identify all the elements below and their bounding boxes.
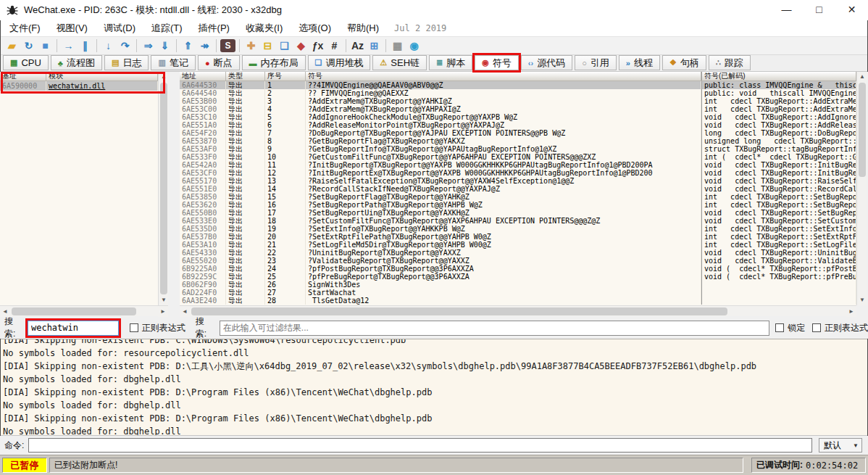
table-row[interactable]: 6AE53850导出15?SetBugReportFlag@TXBugRepor… — [180, 193, 856, 201]
comments-icon[interactable]: ⊟ — [260, 38, 275, 54]
tab-references[interactable]: ○引用 — [575, 55, 617, 70]
run-icon[interactable]: → — [61, 38, 76, 54]
regex-checkbox[interactable] — [130, 323, 138, 332]
table-row[interactable]: 6AE542A0导出11?InitBugReport@TXBugReport@@… — [180, 161, 856, 169]
table-row[interactable]: 6AE53620导出16?SetBugReportPath@TXBugRepor… — [180, 201, 856, 209]
lock-checkbox[interactable] — [775, 323, 784, 332]
scroll-down-icon[interactable]: ▼ — [857, 295, 867, 305]
menu-item-1[interactable]: 视图(V) — [49, 20, 96, 36]
menu-item-5[interactable]: 收藏夹(I) — [238, 20, 291, 36]
functions-fx-icon[interactable]: ƒx — [310, 38, 325, 54]
table-row[interactable]: 6AE53C10导出5?AddIgnoreHookCheckModule@TXB… — [180, 113, 856, 121]
close-button[interactable]: ✕ — [835, 0, 868, 20]
menu-item-2[interactable]: 调试(D) — [96, 20, 143, 36]
font-icon[interactable]: Az — [350, 38, 365, 54]
table-row[interactable]: 6AE53CF0导出12?InitBugReportEx@TXBugReport… — [180, 169, 856, 177]
table-row[interactable]: 6AE535D0导出19?SetExtInfo@TXBugReport@@YAH… — [180, 225, 856, 233]
table-row[interactable]: 6AE537B0导出20?SetExtRptFilePath@TXBugRepo… — [180, 233, 856, 241]
scrollbar-thumb[interactable] — [160, 83, 167, 294]
tab-cpu[interactable]: ▦CPU — [3, 55, 49, 70]
scroll-left-icon[interactable]: ◄ — [180, 306, 190, 317]
execute-till-return-icon[interactable]: ⇒ — [141, 38, 156, 54]
scroll-right-icon[interactable]: ► — [158, 306, 168, 317]
filter-input[interactable] — [220, 321, 769, 336]
tab-threads[interactable]: »线程 — [619, 55, 660, 70]
tab-source[interactable]: ‹›源代码 — [521, 55, 572, 70]
symbols-vertical-scrollbar[interactable]: ▲ ▼ — [856, 72, 867, 305]
table-row[interactable]: 6AE533E0导出18?SetCustomFiltFunc@TXBugRepo… — [180, 217, 856, 225]
table-row[interactable]: 6AE53870导出8?GetBugReportFlag@TXBugReport… — [180, 137, 856, 145]
globe-icon[interactable]: ◉ — [406, 38, 422, 54]
table-row[interactable]: 6AE54330导出22?UninitBugReport@TXBugReport… — [180, 249, 856, 257]
pause-icon[interactable]: ∥ — [78, 38, 93, 54]
step-into-icon[interactable]: ↓ — [101, 38, 116, 54]
run-to-user-code-icon[interactable]: ⇓ — [157, 38, 172, 54]
table-row[interactable]: 6B92259C导出25?pfPreBugReport@TXBugReport@… — [180, 273, 856, 281]
table-row[interactable]: 6AE54F20导出7?DoBugReport@TXBugReport@@YAJ… — [180, 129, 856, 137]
menu-item-0[interactable]: 文件(F) — [1, 20, 49, 36]
regex-checkbox-2[interactable] — [812, 323, 821, 332]
table-row[interactable]: 6AA3E240导出28_TlsGetData@12 — [180, 297, 856, 305]
scrollbar-thumb[interactable] — [12, 307, 136, 315]
menu-item-3[interactable]: 追踪(T) — [143, 20, 191, 36]
go-to-user-module-icon[interactable]: ↠ — [197, 38, 212, 54]
table-row[interactable]: 6AE550B0导出17?SetBugReportUin@TXBugReport… — [180, 209, 856, 217]
table-row[interactable]: 6AE53AF0导出9?GetBugReportInfo@TXBugReport… — [180, 145, 856, 153]
menu-item-7[interactable]: 帮助(H) — [339, 20, 387, 36]
scroll-up-icon[interactable]: ▲ — [857, 72, 867, 82]
modules-horizontal-scrollbar[interactable]: ◄ ► — [0, 305, 168, 316]
tab-script[interactable]: ≣脚本 — [429, 55, 472, 70]
tab-log[interactable]: ▤日志 — [104, 55, 149, 70]
scrollbar-thumb[interactable] — [859, 83, 866, 177]
module-search-input[interactable] — [28, 321, 119, 336]
scrollbar-thumb[interactable] — [191, 307, 727, 315]
patches-icon[interactable]: ✚ — [243, 38, 259, 54]
table-row[interactable]: 6AE53A10导出21?SetLogFileMd5Dir@TXBugRepor… — [180, 241, 856, 249]
modules-vertical-scrollbar[interactable]: ▲ ▼ — [158, 72, 168, 305]
restart-icon[interactable]: ↻ — [21, 38, 36, 54]
tab-call-stack[interactable]: ❏调用堆栈 — [308, 55, 371, 70]
tab-symbols[interactable]: ◉符号 — [475, 55, 519, 70]
settings-icon[interactable]: S — [220, 39, 235, 52]
minimize-button[interactable]: — — [770, 0, 803, 20]
menu-item-4[interactable]: 插件(P) — [191, 20, 238, 36]
table-row[interactable]: 6AE551A0导出6?AddReleaseMonitorPoint@TXBug… — [180, 121, 856, 129]
table-row[interactable]: 6B9225A0导出24?pfPostBugReport@TXBugReport… — [180, 265, 856, 273]
scroll-up-icon[interactable]: ▲ — [159, 72, 169, 82]
calculator-icon[interactable]: ▦ — [390, 38, 405, 54]
tab-trace[interactable]: ∴跟踪 — [709, 55, 751, 70]
scroll-right-icon[interactable]: ► — [846, 306, 856, 317]
step-out-icon[interactable]: ⇑ — [180, 38, 196, 54]
maximize-button[interactable]: □ — [803, 0, 835, 20]
hash-icon[interactable]: # — [327, 38, 342, 54]
stop-icon[interactable]: ■ — [38, 38, 53, 54]
table-row[interactable]: 6AD224F0导出27StartWachat — [180, 289, 856, 297]
tab-handles[interactable]: ❖句柄 — [662, 55, 706, 70]
tab-graph[interactable]: ♣流程图 — [51, 55, 102, 70]
table-row[interactable]: 6AE55170导出13?RaiseSelfFatalException@TXB… — [180, 177, 856, 185]
tab-notes[interactable]: ▥笔记 — [151, 55, 195, 70]
table-row[interactable]: 6A644540导出2??_FIMVQQEngine@@QAEXXZpublic… — [180, 89, 856, 97]
labels-icon[interactable]: ❏ — [277, 38, 292, 54]
menu-item-6[interactable]: 选项(O) — [291, 20, 339, 36]
pane-splitter[interactable] — [168, 72, 180, 317]
scroll-down-icon[interactable]: ▼ — [159, 295, 169, 305]
table-row[interactable]: 6AE53B00导出3?AddExtraMem@TXBugReport@@YAH… — [180, 97, 856, 105]
favourites-icon[interactable]: ◆ — [293, 38, 309, 54]
command-profile-combobox[interactable]: 默认 ▼ — [819, 438, 862, 453]
table-row[interactable]: 6AE55020导出23?ValidateBugReport@TXBugRepo… — [180, 257, 856, 265]
table-row[interactable]: 6B062F90导出26SignWith3Des — [180, 281, 856, 289]
table-row[interactable]: 6A644530导出1??4IMVQQEngine@@QAEAAV0@ABV0@… — [180, 81, 856, 89]
open-file-icon[interactable]: ▰ — [4, 38, 20, 54]
table-row[interactable]: 6A590000wechatwin.dll — [0, 81, 158, 91]
tab-breakpoints[interactable]: ●断点 — [198, 55, 240, 70]
symbols-horizontal-scrollbar[interactable]: ◄ ► — [180, 305, 856, 316]
tab-seh[interactable]: ⚠SEH链 — [372, 55, 427, 70]
step-over-icon[interactable]: ↷ — [117, 38, 133, 54]
table-row[interactable]: 6AE53C00导出4?AddExtraMem@TXBugReport@@YAH… — [180, 105, 856, 113]
goto-dialog-icon[interactable]: ⊞ — [367, 38, 382, 54]
table-row[interactable]: 6AE551E0导出14?RecordCallStackIfNeed@TXBug… — [180, 185, 856, 193]
tab-memory-map[interactable]: ▬内存布局 — [242, 55, 306, 70]
table-row[interactable]: 6AE533F0导出10?GetCustomFiltFunc@TXBugRepo… — [180, 153, 856, 161]
command-input[interactable] — [28, 438, 812, 453]
